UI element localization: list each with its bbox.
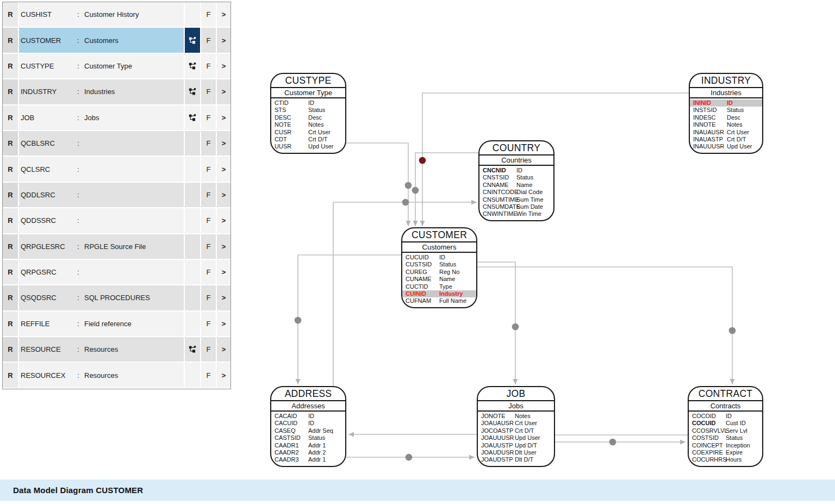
fields-button[interactable]: F: [201, 260, 216, 284]
chevron-right-button[interactable]: >: [217, 2, 230, 27]
diagram-icon-button[interactable]: [185, 54, 200, 78]
fields-button[interactable]: F: [201, 363, 216, 387]
chevron-right-button[interactable]: >: [217, 285, 230, 310]
fields-button[interactable]: F: [201, 312, 216, 336]
file-description: Customer History: [84, 10, 184, 18]
chevron-right-button[interactable]: >: [217, 337, 230, 362]
file-row-main[interactable]: QDDSSRC:: [19, 208, 184, 233]
entity-contract[interactable]: CONTRACTContractsCOCOIDIDCOCUIDCust IDCC…: [688, 386, 763, 467]
field-description: Serv Lvl: [726, 427, 759, 434]
entity-field-list: CNCNIDIDCNSTSIDStatusCNNAMENameCNINTCODE…: [479, 166, 553, 220]
connector-dot: [405, 182, 412, 189]
file-row-main[interactable]: QCLSRC:: [19, 157, 184, 181]
entity-field-row: INNOTENotes: [690, 121, 762, 128]
chevron-right-button[interactable]: >: [217, 234, 230, 259]
chevron-right-button[interactable]: >: [217, 208, 230, 233]
entity-field-row: CNSTSIDStatus: [479, 174, 553, 181]
fields-button[interactable]: F: [201, 183, 216, 207]
fields-button[interactable]: F: [201, 79, 216, 104]
chevron-right-button[interactable]: >: [217, 363, 230, 387]
sidebar-row-industry[interactable]: RINDUSTRY:IndustriesF>: [3, 79, 230, 104]
fields-button[interactable]: F: [201, 54, 216, 78]
chevron-right-button[interactable]: >: [217, 105, 230, 130]
diagram-icon-button[interactable]: [185, 28, 200, 52]
entity-field-row: INSTSIDStatus: [690, 107, 762, 114]
entity-field-row: CACAIDID: [271, 413, 345, 420]
sidebar-row-qrpgsrc[interactable]: RQRPGSRC:F>: [3, 260, 230, 284]
field-name: CTID: [275, 99, 308, 107]
entity-country[interactable]: COUNTRYCountriesCNCNIDIDCNSTSIDStatusCNN…: [478, 140, 554, 221]
field-description: Notes: [308, 121, 342, 128]
fields-button[interactable]: F: [201, 105, 216, 130]
connector-arrowhead: [680, 440, 686, 445]
sidebar-row-customer[interactable]: RCUSTOMER:CustomersF>: [3, 28, 230, 52]
entity-field-row: JOAUUUSRUpd User: [478, 434, 554, 441]
sidebar-row-custype[interactable]: RCUSTYPE:Customer TypeF>: [3, 54, 230, 78]
entity-subtitle: Countries: [479, 155, 553, 166]
chevron-right-button[interactable]: >: [217, 54, 230, 78]
sidebar-row-qsqdsrc[interactable]: RQSQDSRC:SQL PROCEDURESF>: [3, 285, 230, 310]
entity-custype[interactable]: CUSTYPECustomer TypeCTIDIDSTSStatusDESCD…: [270, 73, 346, 154]
record-type-label: R: [3, 260, 18, 284]
field-name: CUCUID: [406, 254, 439, 261]
file-row-main[interactable]: QCBLSRC:: [19, 131, 184, 155]
field-description: Desc: [308, 114, 342, 121]
sidebar-row-qddssrc[interactable]: RQDDSSRC:F>: [3, 208, 230, 233]
diagram-icon-button[interactable]: [185, 79, 200, 104]
field-description: Cust ID: [726, 420, 759, 427]
field-description: Upd User: [727, 143, 759, 150]
record-type-label: R: [3, 337, 18, 362]
sidebar-row-resource[interactable]: RRESOURCE:ResourcesF>: [3, 337, 230, 362]
fields-button[interactable]: F: [201, 234, 216, 259]
file-row-main[interactable]: JOB:Jobs: [19, 105, 184, 130]
field-name: CASEQ: [275, 427, 308, 434]
sidebar-row-qrpglesrc[interactable]: RQRPGLESRC:RPGLE Source FileF>: [3, 234, 230, 259]
fields-button[interactable]: F: [201, 157, 216, 181]
record-type-label: R: [3, 131, 18, 155]
entity-address[interactable]: ADDRESSAddressesCACAIDIDCACUIDIDCASEQAdd…: [270, 386, 346, 467]
field-description: Status: [308, 107, 342, 114]
file-row-main[interactable]: RESOURCEX:Resources: [19, 363, 184, 387]
fields-button[interactable]: F: [201, 2, 216, 27]
file-row-main[interactable]: QRPGLESRC:RPGLE Source File: [19, 234, 184, 259]
separator-colon: :: [77, 294, 84, 302]
sidebar-row-qclsrc[interactable]: RQCLSRC:F>: [3, 157, 230, 181]
file-row-main[interactable]: CUSHIST:Customer History: [19, 2, 184, 27]
file-row-main[interactable]: CUSTYPE:Customer Type: [19, 54, 184, 78]
sidebar-row-cushist[interactable]: RCUSHIST:Customer HistoryF>: [3, 2, 230, 27]
sidebar-row-resourcex[interactable]: RRESOURCEX:ResourcesF>: [3, 363, 230, 387]
fields-button[interactable]: F: [201, 208, 216, 233]
chevron-right-button[interactable]: >: [217, 28, 230, 52]
entity-customer[interactable]: CUSTOMERCustomersCUCUIDIDCUSTSIDStatusCU…: [401, 227, 477, 308]
field-name: JOAUDSTP: [481, 456, 515, 463]
fields-button[interactable]: F: [201, 131, 216, 155]
fields-button[interactable]: F: [201, 28, 216, 52]
sidebar-row-job[interactable]: RJOB:JobsF>: [3, 105, 230, 130]
file-row-main[interactable]: QSQDSRC:SQL PROCEDURES: [19, 285, 184, 310]
file-row-main[interactable]: QRPGSRC:: [19, 260, 184, 284]
sidebar-row-qcblsrc[interactable]: RQCBLSRC:F>: [3, 131, 230, 155]
chevron-right-button[interactable]: >: [217, 79, 230, 104]
file-row-main[interactable]: RESOURCE:Resources: [19, 337, 184, 362]
chevron-right-button[interactable]: >: [217, 260, 230, 284]
fields-button[interactable]: F: [201, 285, 216, 310]
file-row-main[interactable]: REFFILE:Field reference: [19, 312, 184, 336]
entity-field-row: CUREGReg No: [402, 269, 476, 276]
entity-industry[interactable]: INDUSTRYIndustriesININIDIDINSTSIDStatusI…: [689, 73, 763, 154]
file-row-main[interactable]: INDUSTRY:Industries: [19, 79, 184, 104]
fields-button[interactable]: F: [201, 337, 216, 362]
diagram-icon-button[interactable]: [185, 105, 200, 130]
chevron-right-button[interactable]: >: [217, 157, 230, 181]
file-row-main[interactable]: QDDLSRC:: [19, 183, 184, 207]
separator-colon: :: [77, 320, 84, 328]
field-name: INDESC: [693, 114, 727, 121]
sidebar-row-reffile[interactable]: RREFFILE:Field referenceF>: [3, 312, 230, 336]
entity-job[interactable]: JOBJobsJONOTENotesJOAUAUSRCrt UserJOCOAS…: [477, 386, 555, 467]
diagram-icon-button[interactable]: [185, 337, 200, 362]
entity-field-row: COINCEPTInception: [689, 442, 762, 449]
chevron-right-button[interactable]: >: [217, 312, 230, 336]
sidebar-row-qddlsrc[interactable]: RQDDLSRC:F>: [3, 183, 230, 207]
chevron-right-button[interactable]: >: [217, 131, 230, 155]
file-row-main[interactable]: CUSTOMER:Customers: [19, 28, 184, 52]
chevron-right-button[interactable]: >: [217, 183, 230, 207]
